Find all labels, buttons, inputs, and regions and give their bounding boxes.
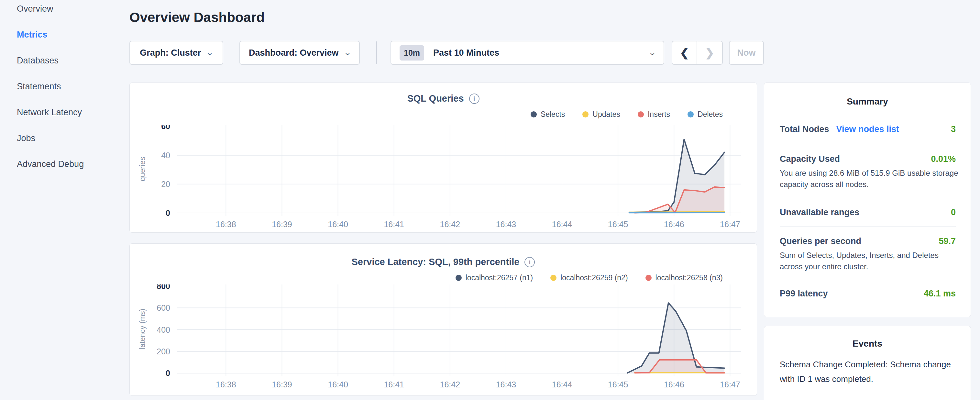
capacity-used-value: 0.01% bbox=[931, 154, 956, 164]
svg-text:16:43: 16:43 bbox=[496, 220, 516, 229]
svg-text:16:41: 16:41 bbox=[384, 220, 404, 229]
p99-latency-value: 46.1 ms bbox=[924, 288, 956, 299]
svg-text:600: 600 bbox=[157, 303, 170, 312]
summary-row-unavailable: Unavailable ranges 0 bbox=[780, 207, 956, 217]
legend-dot-icon bbox=[582, 112, 589, 118]
svg-text:16:44: 16:44 bbox=[552, 220, 572, 229]
sidebar-item-overview[interactable]: Overview bbox=[17, 4, 53, 14]
unavailable-ranges-value: 0 bbox=[951, 207, 956, 217]
svg-text:40: 40 bbox=[161, 151, 170, 160]
time-range-badge: 10m bbox=[399, 45, 424, 61]
summary-row-qps: Queries per second 59.7 bbox=[780, 236, 956, 246]
svg-text:16:44: 16:44 bbox=[552, 380, 572, 389]
sidebar-item-metrics[interactable]: Metrics bbox=[17, 30, 48, 40]
svg-text:200: 200 bbox=[157, 347, 170, 356]
svg-text:16:39: 16:39 bbox=[272, 380, 292, 389]
sidebar-item-jobs[interactable]: Jobs bbox=[17, 133, 35, 143]
svg-text:400: 400 bbox=[157, 325, 170, 334]
sql-queries-card: SQL Queries i SelectsUpdatesInsertsDelet… bbox=[129, 83, 757, 233]
legend-item: Updates bbox=[582, 110, 620, 119]
svg-text:0: 0 bbox=[165, 209, 170, 217]
summary-row-p99: P99 latency 46.1 ms bbox=[780, 288, 956, 299]
event-item[interactable]: Schema Change Completed: Schema change w… bbox=[780, 357, 953, 386]
sidebar: OverviewMetricsDatabasesStatementsNetwor… bbox=[0, 0, 129, 400]
total-nodes-label: Total Nodes bbox=[780, 124, 829, 134]
chart-title: Service Latency: SQL, 99th percentile bbox=[352, 257, 520, 267]
view-nodes-list-link[interactable]: View nodes list bbox=[836, 124, 899, 134]
sidebar-item-databases[interactable]: Databases bbox=[17, 56, 59, 66]
chart-title: SQL Queries bbox=[407, 93, 464, 104]
p99-latency-label: P99 latency bbox=[780, 288, 828, 299]
svg-text:16:41: 16:41 bbox=[384, 380, 404, 389]
legend-dot-icon bbox=[455, 275, 462, 281]
time-range-label: Past 10 Minutes bbox=[433, 48, 499, 58]
time-nav-group: ❮ ❯ bbox=[672, 41, 723, 65]
info-icon[interactable]: i bbox=[525, 257, 535, 267]
chart-legend: SelectsUpdatesInsertsDeletes bbox=[531, 110, 723, 119]
service-latency-card: Service Latency: SQL, 99th percentile i … bbox=[129, 243, 757, 396]
svg-text:16:38: 16:38 bbox=[216, 380, 236, 389]
legend-item: localhost:26258 (n3) bbox=[646, 274, 723, 282]
time-prev-button[interactable]: ❮ bbox=[672, 41, 697, 64]
legend-item: Inserts bbox=[638, 110, 670, 119]
svg-text:16:38: 16:38 bbox=[216, 220, 236, 229]
svg-text:16:40: 16:40 bbox=[328, 220, 348, 229]
svg-text:16:40: 16:40 bbox=[328, 380, 348, 389]
svg-text:0: 0 bbox=[165, 369, 170, 378]
svg-text:16:46: 16:46 bbox=[664, 220, 684, 229]
legend-dot-icon bbox=[646, 275, 652, 281]
legend-item: localhost:26259 (n2) bbox=[550, 274, 628, 282]
dashboard-dropdown-label: Dashboard: Overview bbox=[249, 48, 339, 58]
qps-subtext: Sum of Selects, Updates, Inserts, and De… bbox=[780, 250, 958, 273]
sql-queries-chart[interactable]: 16:3816:3916:4016:4116:4216:4316:4416:45… bbox=[130, 125, 757, 229]
qps-label: Queries per second bbox=[780, 236, 861, 246]
svg-text:16:39: 16:39 bbox=[272, 220, 292, 229]
events-title: Events bbox=[764, 338, 970, 349]
legend-dot-icon bbox=[687, 112, 694, 118]
chart-legend: localhost:26257 (n1)localhost:26259 (n2)… bbox=[455, 274, 723, 282]
capacity-used-label: Capacity Used bbox=[780, 154, 840, 164]
summary-row-capacity: Capacity Used 0.01% bbox=[780, 154, 956, 164]
svg-text:16:45: 16:45 bbox=[608, 220, 628, 229]
graph-dropdown-label: Graph: Cluster bbox=[140, 48, 201, 58]
svg-text:20: 20 bbox=[161, 180, 170, 189]
summary-row-total-nodes: Total Nodes View nodes list 3 bbox=[780, 124, 956, 134]
summary-divider bbox=[780, 145, 956, 145]
legend-item: Selects bbox=[531, 110, 565, 119]
page-title: Overview Dashboard bbox=[129, 10, 265, 25]
legend-dot-icon bbox=[638, 112, 644, 118]
total-nodes-value: 3 bbox=[951, 124, 956, 134]
legend-item: localhost:26257 (n1) bbox=[455, 274, 533, 282]
sidebar-item-statements[interactable]: Statements bbox=[17, 81, 61, 92]
svg-text:16:45: 16:45 bbox=[608, 380, 628, 389]
time-range-dropdown[interactable]: 10m Past 10 Minutes ⌄ bbox=[390, 41, 664, 65]
service-latency-chart[interactable]: 16:3816:3916:4016:4116:4216:4316:4416:45… bbox=[130, 284, 757, 389]
summary-divider bbox=[780, 199, 956, 199]
sidebar-item-network-latency[interactable]: Network Latency bbox=[17, 107, 82, 118]
svg-text:16:42: 16:42 bbox=[440, 220, 460, 229]
chevron-down-icon: ⌄ bbox=[648, 49, 656, 57]
controls-divider bbox=[376, 41, 377, 64]
capacity-subtext: You are using 28.6 MiB of 515.9 GiB usab… bbox=[780, 167, 958, 190]
chevron-down-icon: ⌄ bbox=[344, 49, 352, 57]
legend-dot-icon bbox=[550, 275, 557, 281]
events-panel: Events Schema Change Completed: Schema c… bbox=[764, 326, 971, 400]
info-icon[interactable]: i bbox=[469, 94, 479, 104]
sidebar-item-advanced-debug[interactable]: Advanced Debug bbox=[17, 159, 84, 169]
time-next-button[interactable]: ❯ bbox=[697, 41, 722, 64]
legend-item: Deletes bbox=[687, 110, 723, 119]
summary-panel: Summary Total Nodes View nodes list 3 Ca… bbox=[764, 83, 971, 317]
dashboard-dropdown[interactable]: Dashboard: Overview ⌄ bbox=[239, 41, 360, 65]
svg-text:16:46: 16:46 bbox=[664, 380, 684, 389]
graph-dropdown[interactable]: Graph: Cluster ⌄ bbox=[129, 41, 223, 65]
now-button[interactable]: Now bbox=[729, 41, 764, 65]
summary-divider bbox=[780, 226, 956, 226]
svg-text:16:42: 16:42 bbox=[440, 380, 460, 389]
svg-text:16:47: 16:47 bbox=[720, 380, 740, 389]
unavailable-ranges-label: Unavailable ranges bbox=[780, 207, 859, 217]
svg-text:800: 800 bbox=[157, 284, 170, 291]
svg-text:16:43: 16:43 bbox=[496, 380, 516, 389]
chevron-down-icon: ⌄ bbox=[206, 49, 214, 57]
svg-text:16:47: 16:47 bbox=[720, 220, 740, 229]
legend-dot-icon bbox=[531, 112, 537, 118]
